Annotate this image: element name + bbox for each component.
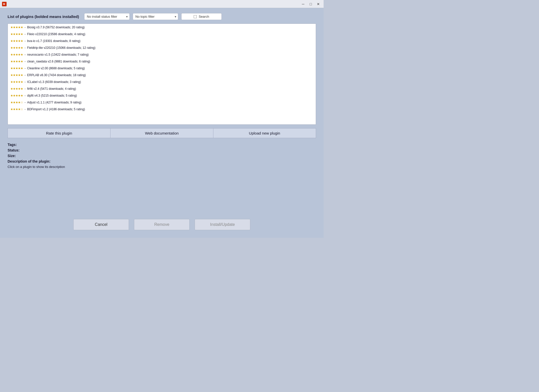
install-filter-wrapper: No install status filter Installed only …: [84, 13, 130, 20]
list-item[interactable]: ★★★★★ - neuroscanio v1.5 (13422 download…: [8, 51, 316, 58]
plugin-name: BDFimport v1.2 (4186 downloads; 5 rating…: [27, 107, 85, 111]
rate-plugin-button[interactable]: Rate this plugin: [8, 128, 110, 138]
plugin-name: clean_rawdata v2.6 (9881 downloads; 6 ra…: [27, 60, 90, 63]
plugin-name: bva-io v1.7 (19301 downloads; 8 rating): [27, 39, 80, 43]
size-label: Size:: [8, 154, 316, 158]
plugin-name: ERPLAB v8.30 (7434 downloads; 18 rating): [27, 73, 86, 77]
install-status-filter[interactable]: No install status filter Installed only …: [84, 13, 130, 20]
list-item[interactable]: ★★★★★ - ICLabel v1.3 (6039 downloads; 3 …: [8, 78, 316, 85]
info-section: Tags: Status: Size: Description of the p…: [8, 142, 316, 170]
plugin-stars: ★★★★☆: [10, 107, 23, 111]
plugin-name: Adjust v1.1.1 (4277 downloads; 9 rating): [27, 101, 81, 104]
plugin-stars: ★★★★★: [10, 26, 23, 29]
status-label: Status:: [8, 148, 316, 152]
topic-filter-wrapper: No topic filter Import/Export Preprocess…: [133, 13, 178, 20]
action-buttons: Rate this plugin Web documentation Uploa…: [8, 128, 316, 138]
footer-buttons: Cancel Remove Install/Update: [73, 219, 250, 230]
search-button[interactable]: Search: [181, 13, 222, 20]
minimize-button[interactable]: ─: [300, 2, 306, 7]
list-item[interactable]: ★★★★★ - Biosig v3.7.9 (56752 downloads; …: [8, 24, 316, 31]
svg-text:M: M: [3, 3, 5, 6]
plugin-name: Fieldtrip-lite v220210 (15066 downloads;…: [27, 46, 95, 50]
list-item[interactable]: ★★★★☆ - BDFimport v1.2 (4186 downloads; …: [8, 106, 316, 113]
page-title: List of plugins (bolded means installed): [8, 14, 79, 19]
plugin-stars: ★★★★★: [10, 53, 23, 56]
window-controls: ─ □ ✕: [300, 2, 322, 7]
description-label: Description of the plugin:: [8, 159, 316, 163]
plugin-stars: ★★★★★: [10, 87, 23, 91]
header-row: List of plugins (bolded means installed)…: [8, 13, 316, 20]
plugin-name: Cleanline v2.00 (8688 downloads; 5 ratin…: [27, 67, 85, 70]
list-item[interactable]: ★★★★★ - bva-io v1.7 (19301 downloads; 8 …: [8, 37, 316, 44]
plugin-name: Fileio v220210 (23586 downloads; 4 ratin…: [27, 32, 85, 36]
install-update-button[interactable]: Install/Update: [195, 219, 250, 230]
list-item[interactable]: ★★★★★ - Fileio v220210 (23586 downloads;…: [8, 31, 316, 37]
web-documentation-button[interactable]: Web documentation: [110, 128, 213, 138]
list-item[interactable]: ★★★★★ - firfilt v2.4 (5471 downloads; 4 …: [8, 85, 316, 92]
plugin-list: ★★★★★ - Biosig v3.7.9 (56752 downloads; …: [8, 24, 316, 113]
title-bar: M ─ □ ✕: [0, 0, 324, 8]
plugin-stars: ★★★★★: [10, 73, 23, 77]
plugin-stars: ★★★★★: [10, 67, 23, 70]
list-item[interactable]: ★★★★★ - ERPLAB v8.30 (7434 downloads; 18…: [8, 72, 316, 78]
plugin-stars: ★★★★★: [10, 32, 23, 36]
plugin-name: firfilt v2.4 (5471 downloads; 4 rating): [27, 87, 76, 91]
plugin-name: Biosig v3.7.9 (56752 downloads; 20 ratin…: [27, 26, 84, 29]
plugin-stars: ★★★★★: [10, 46, 23, 50]
list-item[interactable]: ★★★★★ - Cleanline v2.00 (8688 downloads;…: [8, 65, 316, 72]
remove-button[interactable]: Remove: [134, 219, 190, 230]
maximize-button[interactable]: □: [307, 2, 314, 7]
search-checkbox: [194, 15, 197, 18]
list-item[interactable]: ★★★★★ - Fieldtrip-lite v220210 (15066 do…: [8, 44, 316, 51]
list-item[interactable]: ★★★★★ - clean_rawdata v2.6 (9881 downloa…: [8, 58, 316, 65]
cancel-button[interactable]: Cancel: [73, 219, 129, 230]
description-text: Click on a plugin to show its descriptio…: [8, 165, 316, 169]
main-container: List of plugins (bolded means installed)…: [0, 8, 324, 238]
plugin-stars: ★★★★★: [10, 94, 23, 97]
plugin-stars: ★★★★★: [10, 80, 23, 84]
title-bar-left: M: [2, 2, 7, 6]
search-label: Search: [199, 15, 209, 18]
plugin-stars: ★★★★★: [10, 60, 23, 63]
list-item[interactable]: ★★★★★ - dipfit v4.3 (5215 downloads; 5 r…: [8, 92, 316, 99]
plugin-list-container: ★★★★★ - Biosig v3.7.9 (56752 downloads; …: [8, 24, 316, 125]
list-item[interactable]: ★★★★☆ - Adjust v1.1.1 (4277 downloads; 9…: [8, 99, 316, 106]
plugin-name: neuroscanio v1.5 (13422 downloads; 7 rat…: [27, 53, 89, 56]
plugin-name: dipfit v4.3 (5215 downloads; 5 rating): [27, 94, 77, 97]
upload-plugin-button[interactable]: Upload new plugin: [213, 128, 316, 138]
tags-label: Tags:: [8, 143, 316, 147]
plugin-name: ICLabel v1.3 (6039 downloads; 3 rating): [27, 80, 81, 84]
plugin-stars: ★★★★☆: [10, 101, 23, 104]
topic-filter[interactable]: No topic filter Import/Export Preprocess…: [133, 13, 178, 20]
plugin-stars: ★★★★★: [10, 39, 23, 43]
close-button[interactable]: ✕: [315, 2, 322, 7]
app-icon: M: [2, 2, 7, 6]
